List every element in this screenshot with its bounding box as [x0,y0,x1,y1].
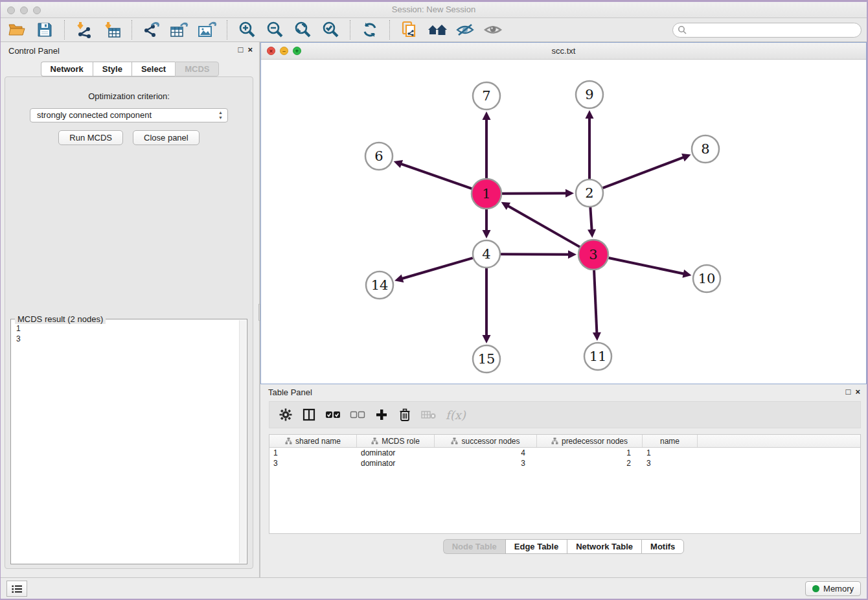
table-panel-float-icon[interactable]: □ [846,387,851,397]
open-session-icon[interactable] [6,20,28,40]
table-cell[interactable]: dominator [357,458,435,468]
export-network-icon[interactable] [141,20,163,40]
network-canvas[interactable]: 1234678910111415 [261,60,866,384]
tab-network-table[interactable]: Network Table [567,539,641,554]
search-input[interactable] [672,23,862,38]
table-cell[interactable]: 4 [435,448,537,458]
column-header-MCDS-role[interactable]: MCDS role [357,435,435,447]
copy-network-icon[interactable] [398,20,420,40]
table-cell[interactable]: dominator [357,448,435,458]
table-row[interactable]: 1dominator411 [269,448,860,458]
column-header-label: predecessor nodes [562,437,628,446]
task-history-button[interactable] [6,581,27,597]
show-all-eye-icon[interactable] [482,20,504,40]
control-panel-close-icon[interactable]: × [247,45,253,55]
zoom-out-icon[interactable] [264,20,286,40]
table-cell[interactable]: 3 [269,458,357,468]
graph-node-label: 7 [482,88,490,104]
zoom-window-button[interactable] [33,6,41,14]
table-tabs: Node Table Edge Table Network Table Moti… [260,539,867,554]
import-table-icon[interactable] [101,20,123,40]
minimize-window-button[interactable] [20,6,28,14]
result-line: 3 [16,334,242,344]
zoom-fit-icon[interactable] [291,20,314,40]
column-visibility-icon[interactable] [302,406,316,423]
table-cell[interactable]: 1 [537,448,643,458]
graph-edge-arrow [588,229,596,238]
table-panel: Table Panel □ × [260,384,867,577]
tab-style[interactable]: Style [93,62,131,76]
graph-edge[interactable] [501,254,569,255]
go-home-icon[interactable] [426,20,448,40]
memory-status-icon [812,585,819,592]
tab-motifs[interactable]: Motifs [641,539,684,554]
close-panel-button[interactable]: Close panel [133,130,200,145]
table-panel-close-icon[interactable]: × [855,387,860,397]
window-controls [7,6,41,14]
zoom-in-icon[interactable] [236,20,258,40]
graph-edge[interactable] [507,205,580,247]
memory-label: Memory [823,584,854,594]
table-cell[interactable]: 1 [269,448,357,458]
control-panel-title: Control Panel [8,46,60,56]
column-header-shared-name[interactable]: shared name [269,435,357,447]
graph-edge[interactable] [502,193,567,194]
tab-edge-table[interactable]: Edge Table [505,539,567,554]
network-window-titlebar[interactable]: × – + scc.txt [261,43,866,60]
zoom-selected-icon[interactable] [319,20,341,40]
search-field-wrap [672,23,862,38]
memory-button[interactable]: Memory [805,581,861,596]
node-table[interactable]: shared nameMCDS rolesuccessor nodesprede… [269,434,861,534]
column-header-successor-nodes[interactable]: successor nodes [435,435,537,447]
tab-mcds[interactable]: MCDS [175,62,219,76]
control-panel-float-icon[interactable]: □ [238,45,244,55]
control-panel-tabs: Network Style Select MCDS [1,62,259,76]
graph-edge[interactable] [590,207,591,231]
sort-tree-icon [285,437,292,444]
optimization-criterion-dropdown[interactable]: strongly connected component ▲▼ [30,108,228,122]
graph-edge[interactable] [603,157,685,188]
hide-selected-eye-icon[interactable] [454,20,476,40]
graph-edge[interactable] [400,164,472,189]
network-close-icon[interactable]: × [267,47,275,55]
table-cell[interactable]: 2 [537,458,643,468]
select-all-icon[interactable] [325,406,341,423]
table-row[interactable]: 3dominator323 [269,458,860,468]
table-cell[interactable]: 3 [643,458,698,468]
window-title: Session: New Session [1,2,867,17]
tab-select[interactable]: Select [131,62,175,76]
export-table-icon[interactable] [168,20,190,40]
delete-row-trash-icon[interactable] [398,406,412,423]
graph-edge-arrow [394,160,403,168]
function-builder-icon-disabled: f(x) [446,406,466,423]
network-maximize-icon[interactable]: + [293,47,301,55]
add-row-icon[interactable] [374,406,389,423]
export-image-icon[interactable] [196,20,218,40]
list-icon [12,584,23,594]
graph-node-label: 6 [374,148,383,164]
import-network-icon[interactable] [73,20,95,40]
table-settings-gear-icon[interactable] [279,406,293,423]
table-panel-header: Table Panel □ × [260,384,867,400]
graph-edge[interactable] [594,270,597,334]
control-panel-header: Control Panel □ × [1,42,259,59]
graph-edge[interactable] [402,258,473,279]
network-minimize-icon[interactable]: – [280,47,288,55]
split-divider-grip[interactable] [258,304,260,321]
graph-svg: 1234678910111415 [261,60,866,384]
run-mcds-button[interactable]: Run MCDS [58,130,123,145]
table-cell[interactable]: 3 [435,458,537,468]
column-header-name[interactable]: name [643,435,698,447]
graph-node-label: 11 [589,349,607,364]
column-header-predecessor-nodes[interactable]: predecessor nodes [537,435,643,447]
refresh-view-icon[interactable] [359,20,381,40]
save-session-icon[interactable] [34,20,56,40]
tab-network[interactable]: Network [41,62,93,76]
close-window-button[interactable] [7,6,15,14]
deselect-all-icon[interactable] [350,406,365,423]
table-cell[interactable]: 1 [643,448,698,458]
tab-node-table[interactable]: Node Table [443,539,505,554]
result-scrollbar[interactable] [239,320,246,563]
graph-edge[interactable] [608,258,684,274]
main-area: Control Panel □ × Network Style Select M… [1,42,867,577]
